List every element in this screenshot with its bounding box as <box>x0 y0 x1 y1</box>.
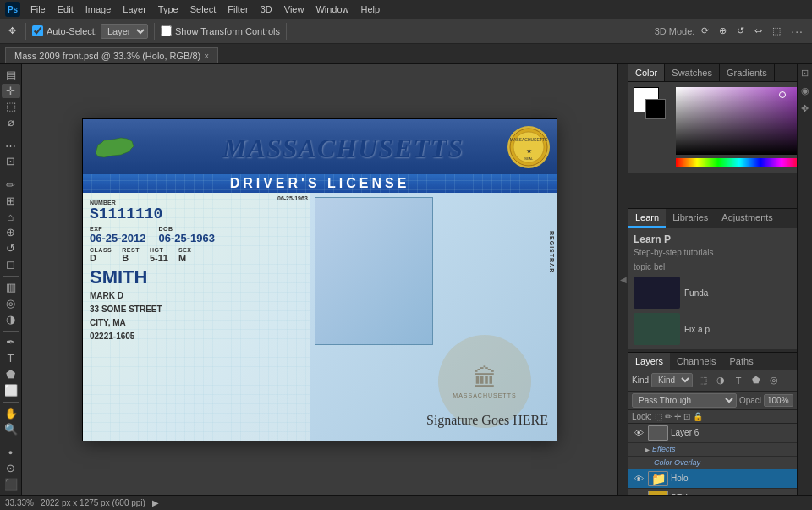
more-options-btn[interactable]: ··· <box>787 23 807 40</box>
3d-rotate-btn[interactable]: ↺ <box>733 24 748 38</box>
document-canvas[interactable]: MASSACHUSETTS MASSACHUSETTS ★ SEAL <box>83 119 557 441</box>
city: CITY, MA <box>90 317 304 329</box>
libraries-tab[interactable]: Libraries <box>666 209 715 228</box>
auto-select-checkbox[interactable] <box>32 25 43 36</box>
type-tool[interactable]: T <box>2 351 20 365</box>
right-panels: Color Swatches Gradients <box>628 64 797 495</box>
crop-tool[interactable]: ⊡ <box>2 155 20 169</box>
3d-slide-btn[interactable]: ⇔ <box>751 24 765 38</box>
layer-item-effects[interactable]: ▸ Effects <box>628 443 797 457</box>
learn-card-1[interactable]: Funda <box>634 277 792 309</box>
layer-dropdown[interactable]: Layer <box>101 24 148 39</box>
opacity-input[interactable] <box>764 394 793 407</box>
lasso-tool[interactable]: ⌀ <box>2 115 20 129</box>
gradients-tab[interactable]: Gradients <box>720 64 775 81</box>
license-card: MASSACHUSETTS MASSACHUSETTS ★ SEAL <box>83 119 557 441</box>
healing-tool[interactable]: ⊞ <box>2 194 20 208</box>
panel-icon-2[interactable]: ◉ <box>801 85 809 96</box>
learn-card-2[interactable]: Fix a p <box>634 313 792 345</box>
color-picker-area <box>628 82 797 173</box>
transform-checkbox[interactable] <box>161 25 172 36</box>
swatches-tab[interactable]: Swatches <box>665 64 720 81</box>
learn-tab[interactable]: Learn <box>628 209 666 228</box>
status-arrow[interactable]: ▶ <box>152 498 159 507</box>
history-brush[interactable]: ↺ <box>2 241 20 255</box>
pen-tool[interactable]: ✒ <box>2 336 20 350</box>
class-row: CLASS D REST B HGT 5-11 <box>90 247 304 263</box>
menu-edit[interactable]: Edit <box>52 3 79 16</box>
layer-item-holo[interactable]: 👁 📁 Holo <box>628 469 797 489</box>
menu-help[interactable]: Help <box>356 3 386 16</box>
clone-tool[interactable]: ⊕ <box>2 225 20 239</box>
svg-text:MASSACHUSETTS: MASSACHUSETTS <box>510 137 548 142</box>
menu-type[interactable]: Type <box>153 3 184 16</box>
layer6-visibility[interactable]: 👁 <box>632 426 645 440</box>
menu-window[interactable]: Window <box>310 3 354 16</box>
doc-tab-title: Mass 2009 front.psd @ 33.3% (Holo, RGB/8… <box>14 51 200 61</box>
eraser-tool[interactable]: ◻ <box>2 257 20 271</box>
3d-scale-btn[interactable]: ⬚ <box>769 24 784 38</box>
document-tab[interactable]: Mass 2009 front.psd @ 33.3% (Holo, RGB/8… <box>5 47 218 63</box>
tab-bar: Mass 2009 front.psd @ 33.3% (Holo, RGB/8… <box>0 44 812 64</box>
menu-view[interactable]: View <box>279 3 310 16</box>
menu-file[interactable]: File <box>25 3 51 16</box>
selection-tool[interactable]: ▤ <box>2 68 20 82</box>
channels-tab[interactable]: Channels <box>670 353 722 370</box>
holo-visibility[interactable]: 👁 <box>632 472 645 485</box>
path-tool[interactable]: ⬟ <box>2 367 20 381</box>
gradient-tool[interactable]: ▥ <box>2 280 20 294</box>
menu-bar: Ps File Edit Image Layer Type Select Fil… <box>0 0 812 19</box>
color-spectrum[interactable] <box>676 87 797 155</box>
shape-tool[interactable]: ⬜ <box>2 383 20 398</box>
layers-tab[interactable]: Layers <box>628 353 670 370</box>
eyedropper-tool[interactable]: ✏ <box>2 178 20 192</box>
dodge-tool[interactable]: ◑ <box>2 312 20 326</box>
background-swatch[interactable] <box>645 99 666 119</box>
hand-tool[interactable]: ✋ <box>2 406 20 420</box>
lock-transparency-icon[interactable]: ⬚ <box>655 412 662 421</box>
move-tool-options[interactable]: ✥ <box>5 24 19 38</box>
layer-item-color-overlay[interactable]: Color Overlay <box>628 457 797 469</box>
menu-image[interactable]: Image <box>80 3 117 16</box>
color-tab[interactable]: Color <box>628 64 665 81</box>
panel-collapse-bar[interactable]: ◀ <box>617 64 628 495</box>
quick-select-tool[interactable]: ⋯ <box>2 139 20 153</box>
screen-mode[interactable]: ⬛ <box>2 477 20 491</box>
quick-mask[interactable]: ⊙ <box>2 461 20 475</box>
menu-layer[interactable]: Layer <box>118 3 151 16</box>
filter-smart-btn[interactable]: ◎ <box>766 373 782 388</box>
adjustments-tab[interactable]: Adjustments <box>715 209 780 228</box>
menu-select[interactable]: Select <box>185 3 222 16</box>
filter-type-btn[interactable]: T <box>731 373 746 388</box>
blur-tool[interactable]: ◎ <box>2 296 20 310</box>
paths-tab[interactable]: Paths <box>723 353 760 370</box>
filter-pixel-btn[interactable]: ⬚ <box>695 373 710 388</box>
layer-kind-select[interactable]: Kind <box>651 373 693 387</box>
panel-icon-3[interactable]: ✥ <box>801 103 809 114</box>
lock-artboard-icon[interactable]: ⊡ <box>683 412 690 421</box>
move-tool[interactable]: ✛ <box>2 84 20 98</box>
layer-item-layer6[interactable]: 👁 Layer 6 <box>628 424 797 443</box>
layer-item-sex[interactable]: 👁 SEX <box>628 489 797 496</box>
brush-tool[interactable]: ⌂ <box>2 210 20 224</box>
menu-filter[interactable]: Filter <box>222 3 253 16</box>
zoom-tool[interactable]: 🔍 <box>2 422 20 436</box>
ma-seal: MASSACHUSETTS ★ SEAL <box>508 126 550 168</box>
lock-position-icon[interactable]: ✛ <box>674 412 681 421</box>
filter-adjust-btn[interactable]: ◑ <box>713 373 728 388</box>
marquee-tool[interactable]: ⬚ <box>2 100 20 114</box>
blending-mode-select[interactable]: Pass Through <box>632 393 737 408</box>
color-cursor <box>779 91 786 98</box>
holo-name: Holo <box>671 474 793 483</box>
lock-paint-icon[interactable]: ✏ <box>665 412 672 421</box>
hue-slider[interactable] <box>676 158 797 167</box>
3d-orbit-btn[interactable]: ⟳ <box>698 24 712 38</box>
panel-icon-1[interactable]: ⊡ <box>801 68 809 79</box>
doc-tab-close[interactable]: × <box>204 52 209 61</box>
foreground-color[interactable]: ● <box>2 446 20 460</box>
lock-all-icon[interactable]: 🔒 <box>693 412 703 421</box>
3d-pan-btn[interactable]: ⊕ <box>716 24 730 38</box>
filter-shape-btn[interactable]: ⬟ <box>749 373 764 388</box>
menu-3d[interactable]: 3D <box>255 3 277 16</box>
dl-title: DRIVER'S LICENSE <box>91 176 548 191</box>
